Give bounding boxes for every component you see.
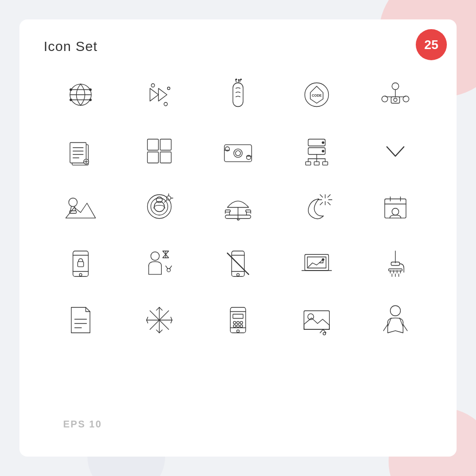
svg-rect-144: [230, 307, 246, 333]
svg-line-139: [159, 330, 162, 333]
svg-line-107: [166, 266, 168, 269]
laptop-chart-icon: [280, 238, 354, 289]
mobile-lock-icon: [44, 238, 118, 289]
phone-disabled-icon: [201, 238, 275, 289]
svg-line-89: [320, 195, 323, 197]
svg-rect-44: [148, 152, 159, 163]
svg-point-70: [151, 198, 168, 215]
svg-marker-8: [150, 88, 159, 101]
svg-rect-102: [78, 262, 84, 267]
svg-point-12: [168, 87, 170, 89]
svg-point-117: [322, 258, 324, 261]
svg-point-30: [394, 98, 397, 102]
document-icon: [44, 294, 118, 346]
svg-line-32: [404, 96, 406, 97]
snowflake-icon: [122, 294, 196, 346]
crescent-sparkle-icon: [280, 182, 354, 233]
eps-label: EPS 10: [63, 419, 102, 429]
svg-line-140: [147, 317, 148, 320]
svg-marker-9: [158, 88, 167, 101]
svg-point-10: [151, 84, 154, 87]
svg-point-153: [237, 325, 239, 327]
svg-point-152: [233, 325, 236, 327]
svg-point-147: [237, 330, 239, 332]
svg-rect-42: [148, 139, 159, 151]
svg-rect-43: [160, 139, 171, 151]
svg-point-149: [233, 322, 236, 324]
page-title: Icon Set: [44, 39, 432, 54]
svg-point-150: [237, 322, 239, 324]
svg-rect-45: [160, 152, 171, 163]
svg-point-154: [240, 325, 242, 327]
svg-line-67: [75, 206, 76, 211]
svg-point-18: [238, 79, 240, 81]
svg-line-31: [385, 96, 387, 97]
svg-text:CODE: CODE: [312, 94, 322, 97]
target-person-icon: [122, 182, 196, 233]
badge-number: 25: [416, 29, 447, 60]
svg-line-142: [171, 317, 172, 320]
woman-icon: [358, 294, 432, 346]
document-stack-icon: [44, 125, 118, 177]
team-network-icon: [358, 69, 432, 120]
faucet-shower-icon: [358, 238, 432, 289]
person-hourglass-icon: [122, 238, 196, 289]
svg-point-65: [69, 198, 78, 207]
fast-forward-icon: [122, 69, 196, 120]
svg-point-106: [167, 269, 170, 272]
svg-rect-148: [233, 314, 243, 319]
svg-point-3: [89, 88, 92, 91]
svg-rect-155: [304, 311, 330, 330]
icon-grid: CODE: [44, 69, 432, 346]
svg-rect-13: [233, 83, 243, 107]
svg-point-151: [240, 322, 242, 324]
svg-line-136: [156, 307, 159, 310]
svg-point-101: [79, 273, 82, 276]
svg-point-55: [322, 141, 324, 144]
svg-point-103: [151, 252, 160, 261]
svg-point-4: [69, 99, 72, 101]
svg-point-160: [391, 306, 401, 316]
svg-point-19: [240, 79, 242, 81]
main-card: 25 Icon Set: [19, 19, 457, 457]
svg-line-91: [320, 203, 323, 205]
svg-line-141: [147, 320, 148, 323]
svg-rect-84: [246, 210, 251, 212]
grid-layout-icon: [122, 125, 196, 177]
code-diamond-icon: CODE: [280, 69, 354, 120]
image-landscape-icon: [280, 294, 354, 346]
footer-label: EPS 10: [63, 419, 102, 430]
svg-line-143: [171, 320, 172, 323]
svg-point-11: [164, 102, 168, 106]
svg-point-159: [323, 332, 325, 335]
chevron-down-icon: [358, 125, 432, 177]
svg-line-138: [156, 330, 159, 333]
svg-point-5: [89, 99, 92, 101]
svg-point-112: [237, 273, 239, 276]
landscape-balloon-icon: [44, 182, 118, 233]
svg-line-137: [159, 307, 162, 310]
svg-rect-128: [389, 269, 402, 271]
svg-rect-63: [314, 162, 320, 165]
server-network-icon: [280, 125, 354, 177]
svg-point-97: [392, 208, 399, 215]
globe-network-icon: [44, 69, 118, 120]
svg-line-92: [328, 203, 330, 205]
svg-line-90: [328, 195, 330, 197]
svg-point-2: [69, 88, 72, 91]
money-bill-icon: [201, 125, 275, 177]
svg-point-48: [236, 151, 241, 156]
svg-line-66: [70, 206, 71, 211]
svg-rect-83: [225, 210, 231, 212]
burrito-food-icon: [201, 69, 275, 120]
svg-line-158: [320, 329, 323, 333]
svg-rect-34: [70, 143, 86, 163]
svg-point-23: [392, 83, 399, 90]
calculator-mobile-icon: [201, 294, 275, 346]
svg-rect-98: [73, 251, 88, 277]
calendar-person-icon: [358, 182, 432, 233]
svg-line-108: [170, 266, 171, 269]
beach-umbrella-icon: [201, 182, 275, 233]
svg-point-56: [322, 150, 324, 152]
svg-rect-64: [323, 162, 328, 165]
